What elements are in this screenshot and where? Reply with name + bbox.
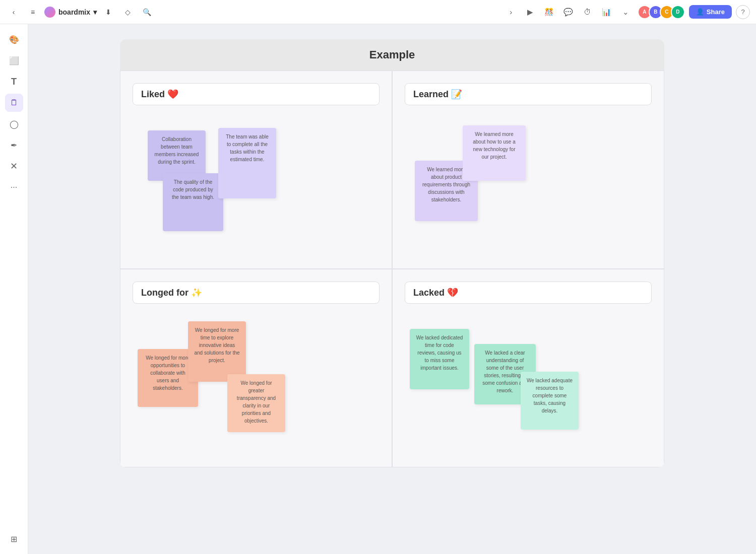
- quadrant-liked: Liked ❤️ Collaboration between team memb…: [120, 71, 392, 269]
- quadrant-learned: Learned 📝 We learned more about product …: [392, 71, 664, 269]
- sidebar-item-template[interactable]: ⊞: [5, 530, 23, 548]
- back-button[interactable]: ‹: [6, 5, 21, 20]
- learned-title: Learned 📝: [413, 89, 462, 99]
- board-title: Example: [369, 48, 415, 61]
- sidebar-item-pen[interactable]: ✒: [5, 136, 23, 154]
- avatar-4: D: [671, 5, 685, 19]
- lacked-title-wrapper: Lacked 💔: [405, 282, 652, 304]
- share-button[interactable]: 👤 Share: [689, 5, 732, 19]
- liked-note-3[interactable]: The team was able to complete all the ta…: [218, 128, 276, 198]
- sidebar-item-sticky[interactable]: 🗒: [5, 94, 23, 112]
- brand-icon: [44, 7, 55, 18]
- nav-icon-confetti[interactable]: 🎊: [542, 5, 557, 20]
- topnav: ‹ ≡ boardmix ▾ ⬇ ◇ 🔍 › ▶ 🎊 💬 ⏱ 📊 ⌄ A B C…: [0, 0, 756, 24]
- quadrant-lacked: Lacked 💔 We lacked dedicated time for co…: [392, 269, 664, 467]
- sidebar: 🎨 ⬜ T 🗒 ◯ ✒ ✕ ··· ⊞: [0, 24, 28, 554]
- board: Example Liked ❤️ Collaboration between t…: [120, 39, 664, 467]
- nav-icon-chat[interactable]: 💬: [561, 5, 576, 20]
- nav-right: › ▶ 🎊 💬 ⏱ 📊 ⌄ A B C D 👤 Share ?: [503, 5, 750, 20]
- liked-note-2[interactable]: The quality of the code produced by the …: [163, 173, 223, 231]
- lacked-note-1[interactable]: We lacked dedicated time for code review…: [410, 329, 469, 389]
- lacked-note-3[interactable]: We lacked adequate resources to complete…: [521, 372, 579, 430]
- sidebar-item-palette[interactable]: 🎨: [5, 30, 23, 48]
- longed-title-wrapper: Longed for ✨: [133, 282, 380, 304]
- help-button[interactable]: ?: [736, 5, 750, 19]
- brand-chevron: ▾: [93, 8, 97, 16]
- sidebar-item-connector[interactable]: ✕: [5, 157, 23, 175]
- sidebar-item-frame[interactable]: ⬜: [5, 51, 23, 70]
- board-header: Example: [120, 39, 664, 71]
- liked-notes: Collaboration between team members incre…: [133, 115, 380, 256]
- nav-icon-1[interactable]: ›: [503, 5, 519, 20]
- more-icon: ···: [11, 183, 17, 192]
- longed-notes: We longed for more opportunities to coll…: [133, 314, 380, 455]
- tag-button[interactable]: ◇: [120, 5, 135, 20]
- lacked-title: Lacked 💔: [413, 288, 458, 298]
- share-icon: 👤: [696, 8, 704, 16]
- palette-icon: 🎨: [9, 35, 19, 44]
- text-icon: T: [11, 77, 17, 87]
- sidebar-item-text[interactable]: T: [5, 73, 23, 91]
- search-button[interactable]: 🔍: [139, 5, 154, 20]
- quadrant-longed: Longed for ✨ We longed for more opportun…: [120, 269, 392, 467]
- learned-notes: We learned more about product requiremen…: [405, 115, 652, 256]
- pen-icon: ✒: [11, 141, 17, 150]
- brand-name: boardmix: [58, 8, 90, 16]
- longed-title: Longed for ✨: [141, 288, 202, 298]
- board-grid: Liked ❤️ Collaboration between team memb…: [120, 71, 664, 467]
- learned-note-2[interactable]: We learned more about how to use a new t…: [463, 125, 526, 181]
- connector-icon: ✕: [10, 161, 18, 172]
- longed-note-2[interactable]: We longed for more time to explore innov…: [188, 321, 246, 382]
- lacked-notes: We lacked dedicated time for code review…: [405, 314, 652, 455]
- liked-title-wrapper: Liked ❤️: [133, 83, 380, 105]
- template-icon: ⊞: [11, 534, 17, 544]
- shapes-icon: ◯: [10, 119, 19, 129]
- menu-button[interactable]: ≡: [25, 5, 40, 20]
- longed-note-3[interactable]: We longed for greater transparency and c…: [227, 374, 285, 432]
- share-label: Share: [707, 8, 725, 16]
- nav-left: ‹ ≡ boardmix ▾ ⬇ ◇ 🔍: [6, 5, 154, 20]
- brand-logo[interactable]: boardmix ▾: [44, 7, 97, 18]
- sticky-icon: 🗒: [10, 98, 18, 107]
- avatar-group: A B C D: [638, 5, 685, 19]
- liked-title: Liked ❤️: [141, 89, 178, 99]
- learned-title-wrapper: Learned 📝: [405, 83, 652, 105]
- nav-icon-clock[interactable]: ⏱: [580, 5, 595, 20]
- nav-icon-play[interactable]: ▶: [523, 5, 538, 20]
- canvas: Example Liked ❤️ Collaboration between t…: [28, 24, 756, 554]
- nav-icon-chart[interactable]: 📊: [599, 5, 614, 20]
- sidebar-item-shapes[interactable]: ◯: [5, 115, 23, 133]
- sidebar-item-more[interactable]: ···: [5, 178, 23, 196]
- download-button[interactable]: ⬇: [101, 5, 116, 20]
- frame-icon: ⬜: [9, 56, 19, 65]
- nav-icon-more[interactable]: ⌄: [618, 5, 634, 20]
